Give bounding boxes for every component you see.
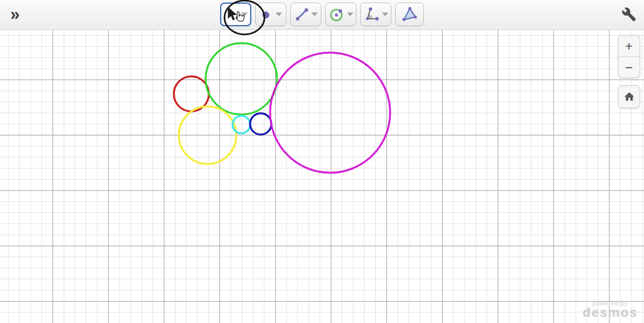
dropdown-caret-icon[interactable] xyxy=(347,13,353,16)
double-chevron-icon: » xyxy=(10,5,19,24)
point-tool-icon xyxy=(260,7,274,22)
zoom-button-group: + − xyxy=(618,35,640,78)
circle-tool-icon xyxy=(329,6,345,23)
select-arrow-icon xyxy=(224,6,239,23)
graph-canvas[interactable] xyxy=(0,29,644,323)
tool-buttons-group xyxy=(220,3,424,26)
tool-move-select-button[interactable] xyxy=(220,3,251,26)
line-segment-icon xyxy=(294,7,309,22)
toolbar: » xyxy=(0,0,644,30)
dropdown-caret-icon[interactable] xyxy=(276,13,282,16)
sidebar-expand-button[interactable]: » xyxy=(4,3,26,26)
wrench-icon xyxy=(621,7,636,22)
settings-button[interactable] xyxy=(619,5,639,25)
dropdown-caret-icon[interactable] xyxy=(241,13,248,16)
tool-angle-button[interactable] xyxy=(360,3,391,26)
geometry-app: » xyxy=(0,0,644,323)
home-icon xyxy=(623,91,635,103)
tool-point-button[interactable] xyxy=(255,3,286,26)
polygon-tool-icon xyxy=(401,6,418,23)
dropdown-caret-icon[interactable] xyxy=(311,13,318,16)
graph-controls: + − xyxy=(618,35,640,108)
zoom-out-button[interactable]: − xyxy=(618,57,640,78)
dropdown-caret-icon[interactable] xyxy=(382,13,388,16)
angle-tool-icon xyxy=(364,6,380,23)
tool-polygon-button[interactable] xyxy=(395,3,424,26)
zoom-in-button[interactable]: + xyxy=(618,36,640,56)
home-button[interactable] xyxy=(618,85,640,108)
tool-line-button[interactable] xyxy=(290,3,321,26)
tool-circle-button[interactable] xyxy=(325,3,356,26)
